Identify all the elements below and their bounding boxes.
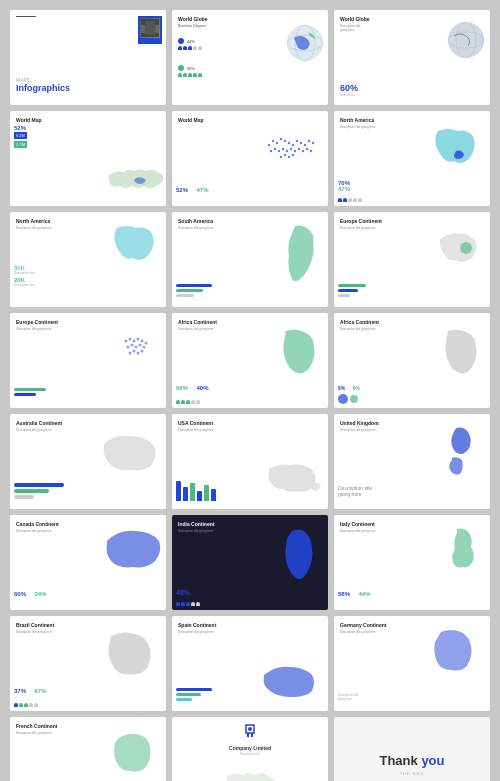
na2-stat1-label: Description text [14,271,35,275]
germany-label: Description titlegoing here [338,693,359,701]
slide-brazil[interactable]: Brazil Continent Description title going… [10,616,166,711]
slide-french[interactable]: French Continent Description title going… [10,717,166,781]
svg-point-14 [288,142,290,144]
world-map-2-visual [261,123,326,175]
svg-point-12 [280,138,282,140]
africa2-circles [338,394,358,404]
slide-thankyou[interactable]: Thank you THE END [334,717,490,781]
slide-cover[interactable]: MAPS Infographics [10,10,166,105]
au-bar1 [14,483,64,487]
svg-point-16 [296,140,298,142]
slide-north-america-1[interactable]: North America Description title going he… [334,111,490,206]
bp4 [29,703,33,707]
eu1-bar2 [338,289,358,292]
africa2-map [438,323,488,383]
p5 [358,198,362,202]
na2-stat2-label: Description text [14,283,35,287]
person-g4 [193,73,197,77]
slide-europe-1[interactable]: Europe Continent Description title going… [334,212,490,307]
canada-pct1: 60% [14,591,26,597]
africa1-stats: 68% 40% [176,376,208,394]
svg-point-34 [288,156,290,158]
p3 [348,198,352,202]
slide-usa[interactable]: USA Continent Description title going he… [172,414,328,509]
africa2-pct2: 6% [353,385,360,391]
slide-india[interactable]: India Continent Description title going … [172,515,328,610]
italy-pct2: 44% [358,591,370,597]
svg-point-49 [133,350,136,353]
slide-title-14: USA Continent [178,420,322,426]
stat-dot-blue [178,38,184,44]
bar2 [183,487,188,501]
usa-bars [176,476,216,501]
slide-north-america-2[interactable]: North America Description title going he… [10,212,166,307]
sa-bars [176,284,221,297]
slide-desc-14: Description title going here [178,428,322,432]
africa1-people [176,398,200,404]
svg-point-33 [284,154,286,156]
italy-pct1: 58% [338,591,350,597]
europe2-map [106,321,166,381]
bar1 [176,481,181,501]
company-map [172,763,328,781]
slide-italy[interactable]: Italy Continent Description title going … [334,515,490,610]
sa-bar1 [176,284,212,287]
africa1-pct2: 40% [196,385,208,391]
india-pct: 48% [176,589,190,596]
eu2-bar2 [14,393,36,396]
slide-world-globe-2[interactable]: World Globe Description titlegoing here … [334,10,490,105]
sa-map [281,222,326,282]
p4 [353,198,357,202]
slide-africa-2[interactable]: Africa Continent Description title going… [334,313,490,408]
thankyou-thank: Thank [379,753,421,768]
map1-badge1: 6.2M [14,132,27,139]
australia-map [96,426,166,481]
india-map [276,525,326,590]
slide-world-map-2[interactable]: World Map 52% 47% [172,111,328,206]
people-row-2 [178,73,202,77]
svg-point-19 [308,140,310,142]
brazil-stats: 37% 67% [14,679,46,697]
svg-point-21 [270,150,272,152]
ip1 [176,602,180,606]
thankyou-end: THE END [379,771,444,776]
svg-point-48 [129,352,132,355]
map1-badge2: 2.7M [14,141,27,148]
slide-australia[interactable]: Australia Continent Description title go… [10,414,166,509]
svg-point-22 [274,148,276,150]
pa2 [181,400,185,404]
slide-company[interactable]: Company Limited Description title +123 4… [172,717,328,781]
ip5 [196,602,200,606]
germany-map [425,624,490,684]
germany-desc: Description titlegoing here [338,693,359,701]
slide-africa-1[interactable]: Africa Continent Description title going… [172,313,328,408]
slide-south-america[interactable]: South America Description title going he… [172,212,328,307]
usa-map [263,455,328,505]
company-subtitle: Description title [178,752,322,756]
slide-canada[interactable]: Canada Continent Description title going… [10,515,166,610]
australia-bars [14,483,64,499]
globe-stats: 44% [178,38,202,50]
eu1-bar1 [338,284,366,287]
slide-spain[interactable]: Spain Continent Description title going … [172,616,328,711]
slide-world-globe-1[interactable]: World Globe Business Diagram 44% [172,10,328,105]
globe-visual [286,24,324,66]
slide-title: World Globe [178,16,322,22]
svg-point-42 [145,342,148,345]
uk-stat-label: Description titlegoing here [338,485,372,497]
person-g1 [178,73,182,77]
slide-world-map-1[interactable]: World Map 52% 6.2M 2.7M [10,111,166,206]
svg-point-37 [125,340,128,343]
slide-uk[interactable]: United Kingdom Description title going h… [334,414,490,509]
world-map-1-visual [106,156,166,206]
circle2 [350,395,358,403]
people-row-1 [178,46,202,50]
na2-stats: 50K Description text 20K Description tex… [14,265,35,287]
brazil-people [14,701,38,707]
slide-germany[interactable]: Germany Continent Description title goin… [334,616,490,711]
sp-bar3 [176,698,192,701]
sa-bar2 [176,289,203,292]
canada-pct2: 24% [34,591,46,597]
slide-europe-2[interactable]: Europe Continent Description title going… [10,313,166,408]
usa-bar-chart [176,476,216,501]
